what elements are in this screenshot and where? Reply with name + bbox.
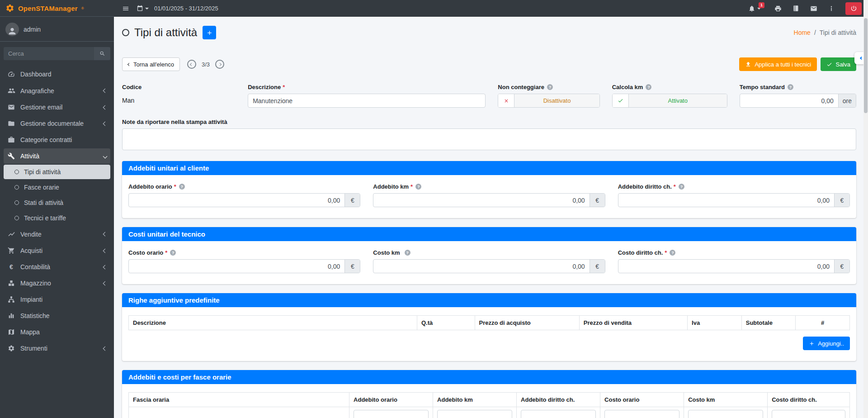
calcola-km-toggle[interactable]: Attivato xyxy=(612,94,727,108)
sidebar-toggle-button[interactable] xyxy=(118,2,133,15)
print-button[interactable] xyxy=(771,2,785,15)
fascia-addebito-orario-input[interactable] xyxy=(354,410,428,418)
brand-link[interactable]: OpenSTAManager® xyxy=(0,0,114,17)
brand-gear-icon xyxy=(5,4,14,13)
user-name-link[interactable]: admin xyxy=(24,26,41,33)
next-record-button[interactable] xyxy=(215,60,224,69)
sidebar-item-dashboard[interactable]: Dashboard xyxy=(4,66,110,82)
help-icon[interactable] xyxy=(646,84,651,90)
currency-suffix: € xyxy=(834,194,849,207)
addebito-orario-input[interactable] xyxy=(129,194,344,207)
costo-km-input[interactable] xyxy=(373,260,589,273)
briefcase-icon xyxy=(7,136,15,143)
help-icon[interactable] xyxy=(179,184,185,190)
sidebar-item-statistiche[interactable]: Statistiche xyxy=(4,308,110,323)
help-icon[interactable] xyxy=(679,184,684,190)
non-conteggiare-toggle[interactable]: Disattivato xyxy=(498,94,599,108)
date-range-selector[interactable]: 01/01/2025 - 31/12/2025 xyxy=(154,5,218,12)
save-button[interactable]: Salva xyxy=(821,57,856,71)
help-icon[interactable] xyxy=(788,84,793,90)
sidebar-subitem-tecnici-e-tariffe[interactable]: Tecnici e tariffe xyxy=(4,211,110,225)
currency-suffix: € xyxy=(590,194,605,207)
addebito-diritto-input[interactable] xyxy=(618,194,834,207)
search-button[interactable] xyxy=(94,47,110,60)
help-icon[interactable] xyxy=(405,250,410,256)
info-icon xyxy=(828,5,835,12)
fascia-addebito-diritto-input[interactable] xyxy=(521,410,595,418)
chevron-down-icon xyxy=(103,154,108,158)
fasce-table-row xyxy=(129,407,850,418)
sidebar-menu: Dashboard Anagrafiche Gestione email Ges… xyxy=(0,63,114,361)
breadcrumb: Home Tipi di attività xyxy=(794,29,856,36)
check-icon xyxy=(613,94,629,107)
sidebar-item-strumenti[interactable]: Strumenti xyxy=(4,341,110,356)
sidebar-subitem-tipi-di-attivita[interactable]: Tipi di attività xyxy=(4,165,110,179)
brand-name: OpenSTAManager xyxy=(18,5,78,12)
costo-diritto-input[interactable] xyxy=(618,260,834,273)
page-scrollbar[interactable] xyxy=(863,0,868,418)
breadcrumb-home-link[interactable]: Home xyxy=(794,29,811,36)
brand-registered-mark: ® xyxy=(81,6,84,10)
sidebar-item-impianti[interactable]: Impianti xyxy=(4,292,110,307)
help-icon[interactable] xyxy=(547,84,553,90)
sidebar-item-gestione-email[interactable]: Gestione email xyxy=(4,100,110,115)
card-addebiti: Addebiti unitari al cliente Addebito ora… xyxy=(122,161,856,218)
help-icon[interactable] xyxy=(415,184,421,190)
sidebar-item-vendite[interactable]: Vendite xyxy=(4,226,110,242)
fascia-addebito-km-input[interactable] xyxy=(438,410,512,418)
fascia-costo-orario-input[interactable] xyxy=(605,410,679,418)
scrollbar-thumb[interactable] xyxy=(864,18,868,113)
costo-orario-input[interactable] xyxy=(129,260,344,273)
chevron-left-icon xyxy=(103,105,108,109)
info-button[interactable] xyxy=(825,3,838,14)
add-row-button[interactable]: Aggiungi.. xyxy=(803,337,850,350)
chevron-left-icon xyxy=(859,57,863,60)
map-icon xyxy=(7,328,15,336)
sidebar-item-mappa[interactable]: Mappa xyxy=(4,324,110,340)
page-title: Tipi di attività xyxy=(134,26,197,39)
help-icon[interactable] xyxy=(170,250,176,256)
addebito-km-input[interactable] xyxy=(373,194,589,207)
column-header: Prezzo di vendita xyxy=(579,316,687,330)
topbar-actions: 1 xyxy=(745,2,862,15)
dashboard-icon xyxy=(7,71,15,78)
email-support-button[interactable] xyxy=(807,2,821,15)
sidebar-item-categorie-contratti[interactable]: Categorie contratti xyxy=(4,132,110,147)
circle-icon xyxy=(14,200,19,205)
currency-suffix: € xyxy=(834,260,849,273)
sidebar-item-contabilita[interactable]: € Contabilità xyxy=(4,259,110,275)
calendar-button[interactable] xyxy=(133,2,152,14)
codice-field: Codice Man xyxy=(122,84,236,108)
toggle-state-label: Attivato xyxy=(629,94,727,107)
sidebar-item-anagrafiche[interactable]: Anagrafiche xyxy=(4,83,110,99)
topbar: 01/01/2025 - 31/12/2025 1 xyxy=(114,0,868,17)
note-textarea[interactable] xyxy=(122,128,856,150)
currency-suffix: € xyxy=(344,260,360,273)
sidebar-subitem-stati-di-attivita[interactable]: Stati di attività xyxy=(4,195,110,210)
help-icon[interactable] xyxy=(670,250,675,256)
documentation-button[interactable] xyxy=(789,2,803,14)
card-addebiti-title: Addebiti unitari al cliente xyxy=(122,161,856,175)
chevron-left-icon xyxy=(103,346,108,351)
sidebar-subitem-fasce-orarie[interactable]: Fasce orarie xyxy=(4,180,110,195)
search-input[interactable] xyxy=(4,47,94,60)
tempo-standard-input[interactable] xyxy=(740,94,838,107)
column-header: Costo diritto ch. xyxy=(768,393,850,407)
previous-record-button[interactable] xyxy=(187,60,196,69)
logout-button[interactable] xyxy=(845,2,862,15)
fascia-costo-diritto-input[interactable] xyxy=(772,410,845,418)
calcola-km-field: Calcola km Attivato xyxy=(612,84,727,108)
chevron-left-icon xyxy=(103,248,108,253)
fascia-costo-km-input[interactable] xyxy=(689,410,763,418)
chevron-left-icon xyxy=(127,62,131,66)
column-header: Iva xyxy=(688,316,742,330)
sidebar-item-magazzino[interactable]: Magazzino xyxy=(4,276,110,291)
back-to-list-button[interactable]: Torna all'elenco xyxy=(122,57,180,71)
sidebar-item-attivita[interactable]: Attività xyxy=(4,148,110,164)
apply-to-technicians-button[interactable]: Applica a tutti i tecnici xyxy=(739,57,817,71)
notifications-button[interactable]: 1 xyxy=(745,2,767,15)
sidebar-item-gestione-documentale[interactable]: Gestione documentale xyxy=(4,116,110,131)
sidebar-item-acquisti[interactable]: Acquisti xyxy=(4,243,110,258)
descrizione-input[interactable] xyxy=(248,94,486,108)
add-record-button[interactable] xyxy=(203,26,216,39)
